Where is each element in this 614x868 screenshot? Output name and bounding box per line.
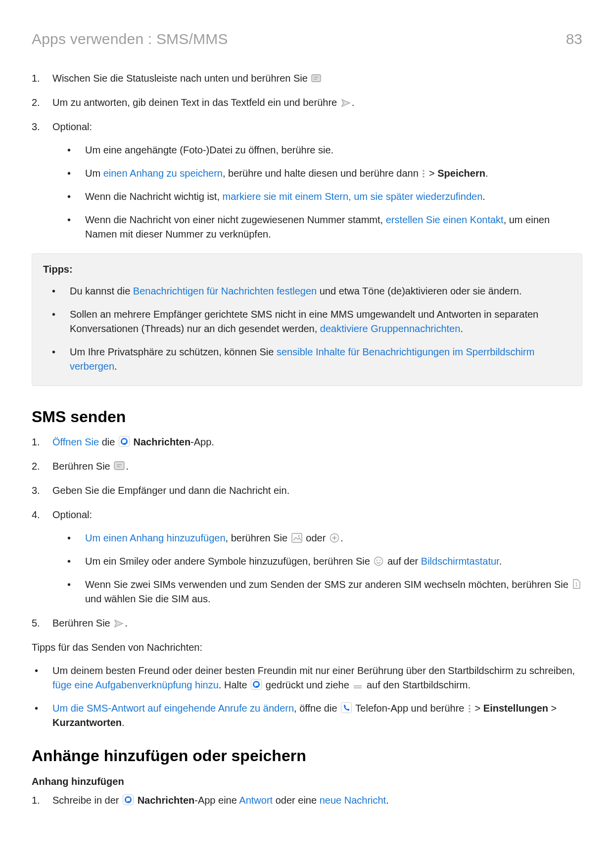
tips-list: Du kannst die Benachrichtigen für Nachri… — [43, 284, 571, 374]
svg-point-13 — [298, 535, 299, 536]
link-reply[interactable]: Antwort — [239, 795, 273, 806]
svg-point-28 — [469, 708, 471, 710]
svg-rect-12 — [292, 533, 302, 542]
list-item: Um eine angehängte (Foto-)Datei zu öffne… — [52, 143, 582, 157]
link-onscreen-keyboard[interactable]: Bildschirmtastatur — [421, 556, 499, 567]
list-item: Um die SMS-Antwort auf eingehende Anrufe… — [32, 701, 582, 730]
list-item: 2. Um zu antworten, gib deinen Text in d… — [32, 96, 582, 110]
svg-marker-21 — [115, 620, 123, 627]
link-star-message[interactable]: markiere sie mit einem Stern, um sie spä… — [223, 191, 483, 202]
link-add-shortcut[interactable]: füge eine Aufgabenverknüpfung hinzu — [52, 679, 219, 690]
send-icon — [114, 619, 124, 628]
link-create-contact[interactable]: erstellen Sie einen Kontakt — [386, 214, 504, 225]
link-group-messages[interactable]: deaktiviere Gruppennachrichten — [320, 323, 461, 334]
list-item: 4. Optional: Um einen Anhang hinzuzufüge… — [32, 508, 582, 606]
link-change-sms-reply[interactable]: Um die SMS-Antwort auf eingehende Anrufe… — [52, 703, 294, 714]
svg-point-5 — [423, 173, 425, 175]
section-heading-sms-send: SMS senden — [32, 408, 582, 426]
page-header: Apps verwenden : SMS/MMS 83 — [32, 31, 582, 48]
list-item: 3. Geben Sie die Empfänger und dann die … — [32, 483, 582, 498]
section-heading-attachments: Anhänge hinzufügen oder speichern — [32, 747, 582, 765]
breadcrumb: Apps verwenden : SMS/MMS — [32, 31, 228, 48]
section2-tips-list: Um deinem besten Freund oder deiner best… — [32, 664, 582, 730]
tips-box: Tipps: Du kannst die Benachrichtigen für… — [32, 253, 582, 386]
more-vert-icon — [468, 704, 471, 713]
svg-rect-0 — [312, 75, 321, 82]
svg-point-18 — [377, 560, 378, 561]
section2-sublist: Um einen Anhang hinzuzufügen, berühren S… — [52, 531, 582, 606]
svg-point-19 — [379, 560, 380, 561]
message-icon — [311, 74, 321, 83]
list-item: Um einen Anhang hinzuzufügen, berühren S… — [52, 531, 582, 545]
messages-app-icon — [123, 794, 134, 805]
link-open[interactable]: Öffnen Sie — [52, 436, 99, 447]
plus-circle-icon — [330, 533, 339, 543]
list-item: 5. Berühren Sie . — [32, 616, 582, 630]
list-item: Um einen Anhang zu speichern, berühre un… — [52, 166, 582, 181]
section2-list: 1. Öffnen Sie die Nachrichten-App. 2. Be… — [32, 435, 582, 630]
svg-text:1: 1 — [575, 582, 578, 587]
svg-point-27 — [469, 705, 471, 707]
link-add-attachment[interactable]: Um einen Anhang hinzuzufügen — [85, 532, 226, 543]
section3-list: 1. Schreibe in der Nachrichten-App eine … — [32, 793, 582, 808]
more-vert-icon — [422, 169, 425, 178]
subheading-add-attachment: Anhang hinzufügen — [32, 776, 582, 787]
list-item: Wenn die Nachricht wichtig ist, markiere… — [52, 190, 582, 204]
svg-marker-3 — [342, 99, 350, 106]
list-item: Um Ihre Privatsphäre zu schützen, können… — [43, 345, 571, 374]
page-number: 83 — [566, 31, 582, 48]
sim-1-icon: 1 — [572, 579, 581, 589]
list-item: Wenn die Nachricht von einer nicht zugew… — [52, 213, 582, 241]
list-item: 1. Schreibe in der Nachrichten-App eine … — [32, 793, 582, 808]
link-save-attachment[interactable]: einen Anhang zu speichern — [103, 168, 223, 179]
messages-app-icon — [119, 436, 130, 447]
list-item: Sollen an mehrere Empfänger gerichtete S… — [43, 307, 571, 336]
section1-sublist: Um eine angehängte (Foto-)Datei zu öffne… — [52, 143, 582, 241]
compose-icon — [114, 461, 125, 471]
svg-point-29 — [469, 711, 471, 713]
list-item: 1. Öffnen Sie die Nachrichten-App. — [32, 435, 582, 449]
svg-point-17 — [375, 557, 383, 566]
svg-point-6 — [423, 176, 425, 178]
svg-point-4 — [423, 170, 425, 172]
svg-rect-9 — [114, 462, 124, 470]
list-item: Du kannst die Benachrichtigen für Nachri… — [43, 284, 571, 298]
link-notifications[interactable]: Benachrichtigen für Nachrichten festlege… — [133, 286, 317, 296]
emoji-icon — [374, 556, 383, 566]
section1-list: 1. Wischen Sie die Statusleiste nach unt… — [32, 71, 582, 241]
drag-handle-icon — [353, 684, 363, 690]
tips-paragraph: Tipps für das Senden von Nachrichten: — [32, 640, 582, 655]
send-icon — [341, 98, 351, 107]
tips-title: Tipps: — [43, 264, 571, 275]
list-item: Wenn Sie zwei SIMs verwenden und zum Sen… — [52, 578, 582, 606]
svg-rect-26 — [341, 703, 352, 713]
page: Apps verwenden : SMS/MMS 83 1. Wischen S… — [0, 0, 614, 868]
list-item: 2. Berühren Sie . — [32, 459, 582, 474]
messages-app-icon — [251, 679, 262, 690]
list-item: 3. Optional: Um eine angehängte (Foto-)D… — [32, 120, 582, 241]
list-item: Um ein Smiley oder andere Symbole hinzuz… — [52, 554, 582, 569]
image-icon — [291, 533, 302, 543]
phone-app-icon — [341, 702, 352, 713]
list-item: Um deinem besten Freund oder deiner best… — [32, 664, 582, 692]
link-new-message[interactable]: neue Nachricht — [320, 795, 386, 806]
list-item: 1. Wischen Sie die Statusleiste nach unt… — [32, 71, 582, 86]
